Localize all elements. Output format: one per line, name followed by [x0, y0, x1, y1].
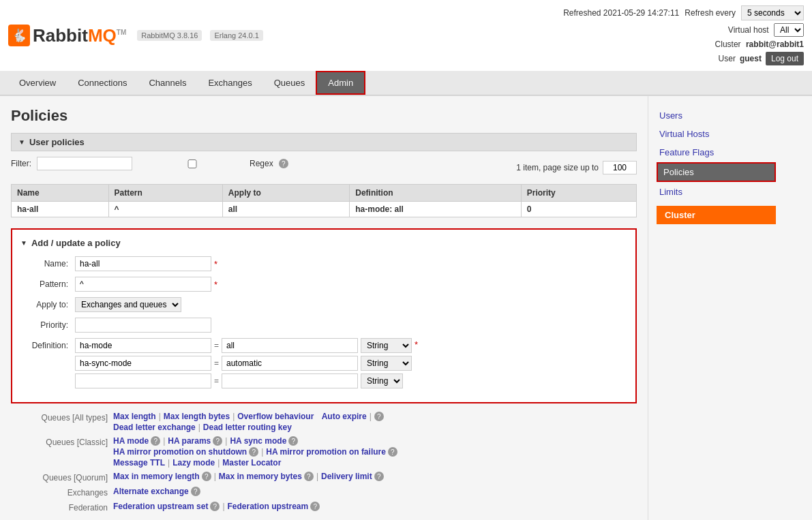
sidebar-cluster-button[interactable]: Cluster	[657, 206, 776, 224]
add-update-title: Add / update a policy	[31, 238, 121, 248]
hint-ha-mode[interactable]: HA mode	[113, 436, 149, 446]
apply-to-label: Apply to:	[20, 300, 75, 309]
hint-lazy-mode[interactable]: Lazy mode	[172, 458, 215, 468]
hint-federation-upstream-set[interactable]: Federation upstream set	[113, 502, 208, 511]
logout-button[interactable]: Log out	[766, 52, 804, 65]
hint-max-memory-bytes[interactable]: Max in memory bytes	[219, 472, 302, 481]
hints-queues-quorum-label: Queues [Quorum]	[11, 472, 113, 483]
col-apply-to: Apply to	[222, 185, 349, 202]
hint-ha-mirror-shutdown-help[interactable]: ?	[249, 447, 258, 457]
hint-max-memory-length-help[interactable]: ?	[202, 472, 211, 481]
hint-max-length[interactable]: Max length	[113, 412, 156, 421]
hint-ha-mirror-shutdown[interactable]: HA mirror promotion on shutdown	[113, 447, 247, 457]
pattern-input[interactable]	[75, 277, 211, 292]
sidebar-limits[interactable]: Limits	[657, 183, 776, 200]
hint-federation-upstream[interactable]: Federation upstream	[228, 502, 309, 511]
nav-overview[interactable]: Overview	[8, 72, 67, 93]
nav-admin[interactable]: Admin	[316, 71, 365, 95]
hints-queues-all-links2: Dead letter exchange | Dead letter routi…	[113, 423, 384, 432]
sidebar-virtual-hosts[interactable]: Virtual Hosts	[657, 125, 776, 142]
hint-auto-expire[interactable]: Auto expire	[322, 412, 367, 421]
hint-max-memory-length[interactable]: Max in memory length	[113, 472, 200, 481]
logo: 🐇 RabbitMQTM	[8, 25, 126, 46]
def-val-1[interactable]	[222, 338, 358, 353]
def-row-3: = String	[75, 373, 412, 388]
def-type-2[interactable]: StringNumberBooleanList	[361, 356, 412, 371]
table-row[interactable]: ha-all ^ all ha-mode: all 0	[12, 202, 637, 217]
regex-label[interactable]: Regex	[138, 159, 273, 168]
vhost-label: Virtual host	[728, 25, 769, 35]
hint-ha-sync-mode[interactable]: HA sync mode	[230, 436, 286, 446]
hint-dead-letter-exchange[interactable]: Dead letter exchange	[113, 423, 196, 432]
filter-label-text: Filter:	[11, 159, 31, 168]
priority-input[interactable]	[75, 318, 211, 333]
col-priority: Priority	[521, 185, 636, 202]
refresh-select[interactable]: 5 seconds 10 seconds 30 seconds Never	[741, 5, 804, 20]
hint-ha-sync-mode-help[interactable]: ?	[288, 436, 298, 446]
user-policies-section[interactable]: ▼ User policies	[11, 133, 637, 151]
nav-connections[interactable]: Connections	[67, 72, 138, 93]
nav-channels[interactable]: Channels	[138, 72, 197, 93]
priority-row: Priority:	[20, 318, 627, 333]
def-key-1[interactable]	[75, 338, 211, 353]
hints-exchanges: Exchanges Alternate exchange ?	[11, 487, 637, 498]
hint-master-locator[interactable]: Master Locator	[222, 458, 281, 468]
hint-federation-upstream-set-help[interactable]: ?	[210, 502, 220, 511]
section-arrow: ▼	[18, 138, 25, 146]
filter-help-icon[interactable]: ?	[279, 159, 288, 168]
def-type-3[interactable]: String	[361, 373, 403, 388]
def-key-3[interactable]	[75, 373, 211, 388]
nav-exchanges[interactable]: Exchanges	[197, 72, 262, 93]
vhost-select[interactable]: All	[774, 23, 804, 37]
hints-queues-quorum: Queues [Quorum] Max in memory length ? |…	[11, 472, 637, 483]
hints-classic-line3: Message TTL | Lazy mode | Master Locator	[113, 458, 397, 468]
add-update-header: ▼ Add / update a policy	[20, 238, 627, 248]
hint-ha-mirror-failure[interactable]: HA mirror promotion on failure	[266, 447, 386, 457]
hint-dead-letter-routing-key[interactable]: Dead letter routing key	[203, 423, 292, 432]
pagination-input[interactable]	[603, 161, 637, 174]
logo-mq: MQ	[88, 25, 117, 46]
pattern-required: *	[214, 279, 217, 290]
col-name: Name	[12, 185, 109, 202]
hints-queues-all-label: Queues [All types]	[11, 412, 113, 423]
refresh-label: Refresh every	[685, 8, 736, 18]
hints-queues-all: Queues [All types] Max length | Max leng…	[11, 412, 637, 432]
hint-auto-expire-help[interactable]: ?	[374, 412, 384, 421]
rabbitmq-version: RabbitMQ 3.8.16	[137, 30, 202, 41]
hints-federation-links: Federation upstream set ? | Federation u…	[113, 502, 320, 511]
row-apply-to: all	[222, 202, 349, 217]
hint-ha-mode-help[interactable]: ?	[151, 436, 160, 446]
def-val-2[interactable]	[222, 356, 358, 371]
hint-delivery-limit[interactable]: Delivery limit	[321, 472, 372, 481]
hint-ha-mirror-failure-help[interactable]: ?	[388, 447, 397, 457]
user-value: guest	[740, 54, 762, 63]
regex-checkbox[interactable]	[138, 159, 247, 168]
def-key-2[interactable]	[75, 356, 211, 371]
name-input[interactable]	[75, 256, 211, 271]
apply-to-select[interactable]: Exchanges and queues Exchanges Queues Al…	[75, 297, 181, 312]
sidebar-feature-flags[interactable]: Feature Flags	[657, 144, 776, 161]
hints-queues-classic: Queues [Classic] HA mode ? | HA params ?…	[11, 436, 637, 468]
hint-ha-params-help[interactable]: ?	[213, 436, 222, 446]
hint-alternate-exchange[interactable]: Alternate exchange	[113, 487, 189, 496]
sidebar-policies[interactable]: Policies	[657, 162, 776, 182]
sidebar-users[interactable]: Users	[657, 107, 776, 124]
hint-max-memory-bytes-help[interactable]: ?	[304, 472, 314, 481]
hint-federation-upstream-help[interactable]: ?	[310, 502, 320, 511]
hints-classic-line2: HA mirror promotion on shutdown ? | HA m…	[113, 447, 397, 457]
logo-text: RabbitMQTM	[33, 25, 126, 46]
nav-queues[interactable]: Queues	[263, 72, 316, 93]
hint-max-length-bytes[interactable]: Max length bytes	[164, 412, 230, 421]
hints-quorum-links: Max in memory length ? | Max in memory b…	[113, 472, 384, 481]
hint-ha-params[interactable]: HA params	[168, 436, 211, 446]
hints-federation-label: Federation	[11, 502, 113, 513]
hint-alternate-exchange-help[interactable]: ?	[191, 487, 200, 496]
def-val-3[interactable]	[222, 373, 358, 388]
filter-input[interactable]	[37, 157, 132, 170]
def-type-1[interactable]: StringNumberBooleanList	[361, 338, 412, 353]
hint-overflow[interactable]: Overflow behaviour	[237, 412, 314, 421]
hint-message-ttl[interactable]: Message TTL	[113, 458, 165, 468]
def-row-2: = StringNumberBooleanList	[75, 356, 412, 371]
hint-delivery-limit-help[interactable]: ?	[374, 472, 384, 481]
hints-queues-all-links: Max length | Max length bytes | Overflow…	[113, 412, 384, 421]
